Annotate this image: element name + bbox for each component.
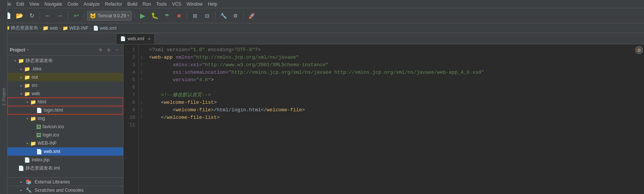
- back-button[interactable]: ←: [43, 11, 53, 21]
- external-libraries-label: External Libraries: [35, 179, 70, 185]
- l8-lt: <: [161, 100, 164, 105]
- login-ico-icon: 🖼: [36, 132, 41, 138]
- menu-refactor[interactable]: Refactor: [103, 0, 124, 8]
- breadcrumb-webxml[interactable]: 📄 web.xml: [92, 26, 117, 31]
- coverage-button[interactable]: ☂: [162, 11, 172, 21]
- tree-item-login-html[interactable]: 📄 login.html: [8, 106, 123, 114]
- tree-item-idea[interactable]: ▸ 📁 .idea: [8, 65, 123, 73]
- editor-right-margin: ⚙: [636, 44, 644, 194]
- tree-item-img[interactable]: ▾ 📁 img: [8, 114, 123, 123]
- external-libraries-item[interactable]: ▸ 📚 External Libraries: [8, 177, 123, 186]
- open-button[interactable]: 📂: [14, 11, 25, 21]
- tree-item-indexjsp[interactable]: 📄 index.jsp: [8, 156, 123, 164]
- tree-item-html[interactable]: ▾ 📁 html: [8, 98, 123, 106]
- web-arrow-icon: ▾: [18, 92, 24, 96]
- breadcrumb-webinf[interactable]: 📁 WEB-INF: [62, 26, 89, 31]
- settings-gear-icon[interactable]: ⚙: [105, 46, 113, 54]
- tree-label-favicon: favicon.ico: [43, 124, 64, 129]
- tree-item-out[interactable]: ▸ 📁 out: [8, 73, 123, 81]
- l1-encoding: encoding=: [205, 47, 234, 53]
- menu-run[interactable]: Run: [140, 0, 153, 8]
- code-line-10: </welcome-file-list>: [149, 114, 636, 121]
- out-arrow-icon: ▸: [18, 75, 24, 79]
- fold-7: [139, 91, 145, 99]
- sync-button[interactable]: ↻: [26, 11, 37, 21]
- menu-view[interactable]: View: [27, 0, 41, 8]
- build-down-button[interactable]: ⊟: [202, 11, 212, 21]
- webxml-icon: 📄: [93, 26, 99, 31]
- menu-help[interactable]: Help: [206, 0, 220, 8]
- wrench-button[interactable]: 🔧: [218, 11, 229, 21]
- fold-4: │: [139, 68, 145, 76]
- tree-item-src[interactable]: ▸ 📁 src: [8, 81, 123, 89]
- favicon-icon: 🖼: [36, 124, 41, 130]
- project-vertical-label[interactable]: 1: Project: [0, 0, 8, 194]
- editor-settings-icon[interactable]: ⚙: [635, 46, 643, 54]
- tree-item-web[interactable]: ▾ 📁 web: [8, 89, 123, 98]
- line-num-7: 7: [124, 91, 135, 99]
- sidebar-title: Project: [10, 47, 25, 53]
- config-button[interactable]: ⚙: [230, 11, 241, 21]
- menu-window[interactable]: Window: [184, 0, 205, 8]
- l9-closegt: >: [302, 107, 305, 113]
- menu-build[interactable]: Build: [125, 0, 140, 8]
- root-folder-icon: 📁: [18, 58, 24, 64]
- fold-9: │: [139, 106, 145, 114]
- menu-edit[interactable]: Edit: [14, 0, 26, 8]
- tomcat-selector[interactable]: 🐱 Tomcat 9.0.29 ▾: [87, 11, 132, 21]
- forward-button[interactable]: →: [55, 11, 65, 21]
- add-item-button[interactable]: ⊕: [97, 46, 104, 54]
- deploy-button[interactable]: 🚀: [246, 11, 257, 21]
- menu-bar: File Edit View Navigate Code Analyze Ref…: [0, 0, 644, 8]
- scratches-icon: 🔧: [26, 187, 32, 193]
- html-file-icon: 📄: [36, 108, 42, 113]
- menu-navigate[interactable]: Navigate: [42, 0, 64, 8]
- line-num-2: 2: [124, 53, 135, 61]
- code-editor-area[interactable]: <?xml version="1.0" encoding="UTF-8"?> <…: [145, 44, 636, 194]
- code-line-1: <?xml version="1.0" encoding="UTF-8"?>: [149, 46, 636, 53]
- tree-item-login-ico[interactable]: 🖼 login.ico: [8, 131, 123, 139]
- tree-item-webinf[interactable]: ▾ 📁 WEB-INF: [8, 139, 123, 147]
- tab-webxml[interactable]: 📄 web.xml ✕: [116, 33, 155, 44]
- tomcat-icon: 🐱: [90, 13, 96, 19]
- breadcrumb-web[interactable]: 📁 web: [42, 25, 59, 31]
- menu-analyze[interactable]: Analyze: [81, 0, 102, 8]
- l1-prolog: <?xml version=: [149, 47, 190, 53]
- run-button[interactable]: ▶: [137, 11, 148, 21]
- menu-code[interactable]: Code: [65, 0, 81, 8]
- scratches-label: Scratches and Consoles: [35, 188, 84, 193]
- src-arrow-icon: ▸: [18, 83, 24, 88]
- tree-item-iml[interactable]: 📄 静态资源发布.iml: [8, 164, 123, 172]
- iml-file-icon: 📄: [18, 165, 24, 171]
- tree-item-webxml[interactable]: 📄 web.xml: [8, 147, 123, 156]
- fold-2[interactable]: ┐: [139, 53, 145, 61]
- menu-tools[interactable]: Tools: [154, 0, 169, 8]
- fold-8[interactable]: ┐: [139, 99, 145, 106]
- tree-label-web: web: [32, 91, 40, 96]
- tree-item-favicon[interactable]: 🖼 favicon.ico: [8, 123, 123, 131]
- fold-11: [139, 121, 145, 129]
- scratches-item[interactable]: ▸ 🔧 Scratches and Consoles: [8, 186, 123, 194]
- undo-button[interactable]: ↩: [71, 11, 81, 21]
- build-step-button[interactable]: ⊞: [190, 11, 200, 21]
- sidebar-controls: ⊕ ⚙ —: [97, 46, 121, 54]
- library-icon: 📚: [26, 179, 32, 185]
- l5-indent: [149, 77, 172, 83]
- breadcrumb-root[interactable]: 📁 静态资源发布: [3, 25, 39, 31]
- debug-button[interactable]: 🐛: [150, 11, 160, 21]
- fold-1[interactable]: [139, 46, 145, 53]
- code-line-3: xmlns:xsi="http://www.w3.org/2001/XMLSch…: [149, 61, 636, 68]
- l4-schemaloc-val: "http://xmlns.jcp.org/xml/ns/javaee http…: [229, 70, 484, 75]
- img-folder-icon: 📁: [30, 116, 36, 121]
- l7-comment: <!--修改默认首页-->: [161, 91, 211, 98]
- stop-button[interactable]: ■: [174, 11, 184, 21]
- tab-close-button[interactable]: ✕: [148, 37, 151, 41]
- breadcrumb-sep-2: ›: [60, 26, 61, 31]
- collapse-button[interactable]: —: [113, 46, 121, 54]
- menu-vcs[interactable]: VCS: [170, 0, 184, 8]
- separator-4: [134, 12, 135, 20]
- code-line-4: xsi:schemaLocation="http://xmlns.jcp.org…: [149, 68, 636, 76]
- tree-item-root[interactable]: ▾ 📁 静态资源发布: [8, 56, 123, 65]
- l2-webapp: web-app: [152, 55, 173, 60]
- tree-label-login-html: login.html: [44, 108, 63, 113]
